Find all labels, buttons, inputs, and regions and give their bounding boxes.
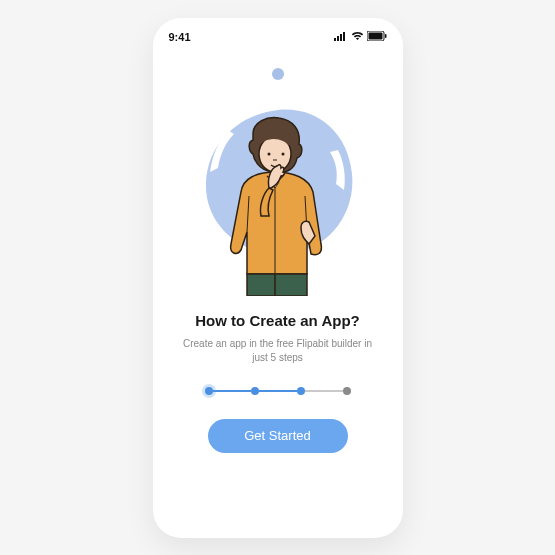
onboarding-subtitle: Create an app in the free Flipabit build… [175,337,381,365]
progress-step-4[interactable] [343,387,351,395]
svg-rect-1 [337,36,339,41]
progress-segment [259,390,297,392]
svg-rect-6 [385,34,387,38]
progress-indicator [175,387,381,395]
progress-step-3[interactable] [297,387,305,395]
onboarding-title: How to Create an App? [175,312,381,329]
signal-icon [334,31,348,43]
wifi-icon [351,31,364,43]
status-time: 9:41 [169,31,191,43]
decorative-dot [272,68,284,80]
hero-illustration [153,54,403,304]
onboarding-content: How to Create an App? Create an app in t… [153,304,403,453]
person-thinking-illustration [213,116,343,296]
progress-step-2[interactable] [251,387,259,395]
status-bar: 9:41 [153,18,403,48]
svg-point-9 [281,152,284,155]
progress-segment [305,390,343,392]
phone-frame: 9:41 [153,18,403,538]
svg-rect-5 [368,32,382,39]
svg-point-8 [267,152,270,155]
battery-icon [367,31,387,43]
svg-rect-2 [340,34,342,41]
status-indicators [334,31,387,43]
progress-step-1[interactable] [205,387,213,395]
get-started-button[interactable]: Get Started [208,419,348,453]
svg-rect-0 [334,38,336,41]
svg-rect-3 [343,32,345,41]
progress-segment [213,390,251,392]
